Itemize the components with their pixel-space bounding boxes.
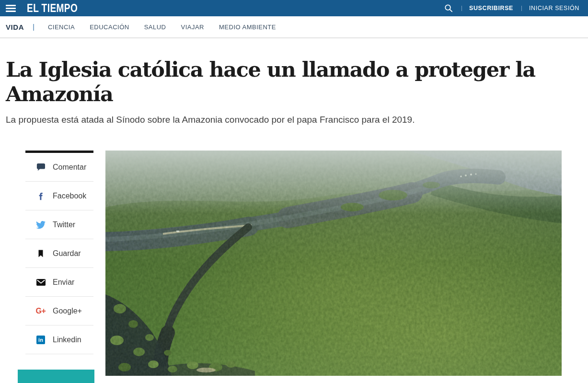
section-nav: VIDA | CIENCIA EDUCACIÓN SALUD VIAJAR ME… (0, 16, 588, 38)
share-googleplus-button[interactable]: G+ Google+ (25, 297, 93, 325)
bookmark-icon (35, 248, 46, 259)
nav-current-section[interactable]: VIDA (6, 23, 24, 31)
article-subtitle: La propuesta está atada al Sínodo sobre … (6, 114, 533, 126)
hamburger-menu-icon[interactable] (6, 5, 16, 12)
share-label: Twitter (53, 221, 75, 229)
email-icon (35, 277, 46, 288)
googleplus-icon: G+ (35, 306, 46, 316)
header-separator (461, 6, 462, 11)
comment-cta-button[interactable] (18, 370, 94, 383)
share-label: Guardar (53, 249, 81, 258)
share-rail: Comentar Facebook Twitter (0, 151, 105, 383)
article-title: La Iglesia católica hace un llamado a pr… (6, 58, 547, 106)
search-icon[interactable] (444, 3, 453, 13)
twitter-icon (35, 220, 46, 230)
share-label: Comentar (53, 163, 86, 172)
top-bar: EL TIEMPO SUSCRIBIRSE INICIAR SESIÓN (0, 0, 588, 16)
nav-item-ciencia[interactable]: CIENCIA (48, 23, 75, 31)
article-photo (105, 151, 562, 376)
share-twitter-button[interactable]: Twitter (25, 210, 93, 239)
subscribe-link[interactable]: SUSCRIBIRSE (469, 5, 513, 12)
login-link[interactable]: INICIAR SESIÓN (529, 5, 579, 12)
share-label: Linkedin (53, 336, 81, 344)
nav-item-salud[interactable]: SALUD (144, 23, 166, 31)
facebook-icon (35, 191, 46, 201)
share-label: Enviar (53, 278, 74, 287)
nav-item-educacion[interactable]: EDUCACIÓN (90, 23, 129, 31)
share-label: Google+ (53, 307, 82, 315)
share-email-button[interactable]: Enviar (25, 268, 93, 297)
comment-icon (35, 162, 46, 173)
share-save-button[interactable]: Guardar (25, 239, 93, 268)
site-logo[interactable]: EL TIEMPO (27, 2, 78, 15)
linkedin-icon: in (35, 335, 46, 345)
share-linkedin-button[interactable]: in Linkedin (25, 325, 93, 354)
nav-item-medio-ambiente[interactable]: MEDIO AMBIENTE (219, 23, 276, 31)
header-separator (521, 6, 522, 11)
share-facebook-button[interactable]: Facebook (25, 182, 93, 210)
share-comment-button[interactable]: Comentar (25, 153, 93, 182)
share-label: Facebook (53, 192, 86, 200)
nav-item-viajar[interactable]: VIAJAR (181, 23, 205, 31)
nav-separator: | (33, 23, 35, 31)
